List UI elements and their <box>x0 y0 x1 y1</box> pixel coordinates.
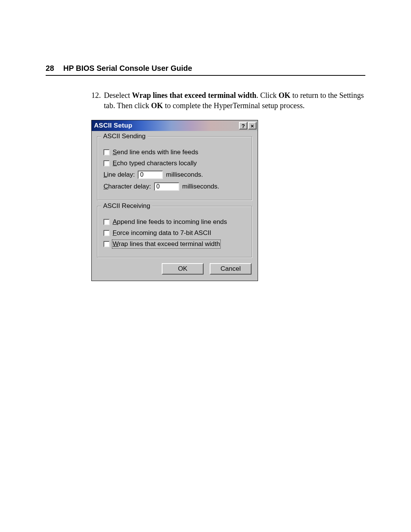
ascii-receiving-group: ASCII Receiving Append line feeds to inc… <box>97 206 252 258</box>
force-7bit-row[interactable]: Force incoming data to 7-bit ASCII <box>104 229 246 237</box>
cancel-button[interactable]: Cancel <box>210 263 252 275</box>
char-delay-input[interactable] <box>154 182 179 191</box>
text-bold: Wrap lines that exceed terminal width <box>132 91 256 99</box>
checkbox[interactable] <box>104 149 110 155</box>
checkbox[interactable] <box>104 230 110 236</box>
ascii-sending-group: ASCII Sending Send line ends with line f… <box>97 136 252 201</box>
char-delay-label: Character delay: <box>104 183 151 190</box>
append-lf-label: Append line feeds to incoming line ends <box>113 218 227 226</box>
step-text: Deselect Wrap lines that exceed terminal… <box>104 90 365 111</box>
dialog-button-row: OK Cancel <box>97 263 252 275</box>
document-page: 28 HP BIOS Serial Console User Guide 12.… <box>0 0 411 304</box>
char-delay-row: Character delay: milliseconds. <box>104 182 246 191</box>
text-bold: OK <box>279 91 290 99</box>
send-line-ends-row[interactable]: Send line ends with line feeds <box>104 149 246 156</box>
checkbox[interactable] <box>104 219 110 225</box>
step-number: 12. <box>91 90 101 111</box>
group-legend: ASCII Receiving <box>101 202 152 210</box>
close-icon: × <box>251 123 254 129</box>
text-bold: OK <box>151 101 163 110</box>
wrap-lines-label: Wrap lines that exceed terminal width <box>113 240 220 248</box>
ok-button[interactable]: OK <box>162 263 204 275</box>
text-part: . Click <box>256 91 279 99</box>
page-header: 28 HP BIOS Serial Console User Guide <box>46 64 365 76</box>
close-button[interactable]: × <box>248 122 256 129</box>
checkbox[interactable] <box>104 241 110 247</box>
document-title: HP BIOS Serial Console User Guide <box>63 64 192 73</box>
page-number: 28 <box>46 64 54 73</box>
text-part: to complete the HyperTerminal setup proc… <box>163 101 304 110</box>
checkbox[interactable] <box>104 160 110 166</box>
help-icon: ? <box>241 123 245 129</box>
dialog-body: ASCII Sending Send line ends with line f… <box>92 131 258 281</box>
unit-label: milliseconds. <box>182 183 219 190</box>
text-part: Deselect <box>104 91 132 99</box>
wrap-lines-row[interactable]: Wrap lines that exceed terminal width <box>104 240 246 248</box>
echo-typed-row[interactable]: Echo typed characters locally <box>104 160 246 167</box>
ascii-setup-dialog: ASCII Setup ? × ASCII Sending Send line … <box>91 120 258 281</box>
line-delay-row: Line delay: milliseconds. <box>104 171 246 179</box>
unit-label: milliseconds. <box>166 171 203 179</box>
send-line-ends-label: Send line ends with line feeds <box>113 149 198 156</box>
force-7bit-label: Force incoming data to 7-bit ASCII <box>113 229 211 237</box>
dialog-title: ASCII Setup <box>94 122 239 129</box>
group-legend: ASCII Sending <box>101 133 148 140</box>
line-delay-input[interactable] <box>138 171 163 179</box>
help-button[interactable]: ? <box>239 122 247 129</box>
titlebar[interactable]: ASCII Setup ? × <box>92 120 258 131</box>
titlebar-buttons: ? × <box>239 122 256 129</box>
append-lf-row[interactable]: Append line feeds to incoming line ends <box>104 218 246 226</box>
echo-typed-label: Echo typed characters locally <box>113 160 197 167</box>
line-delay-label: Line delay: <box>104 171 135 179</box>
instruction-step: 12. Deselect Wrap lines that exceed term… <box>91 90 365 111</box>
